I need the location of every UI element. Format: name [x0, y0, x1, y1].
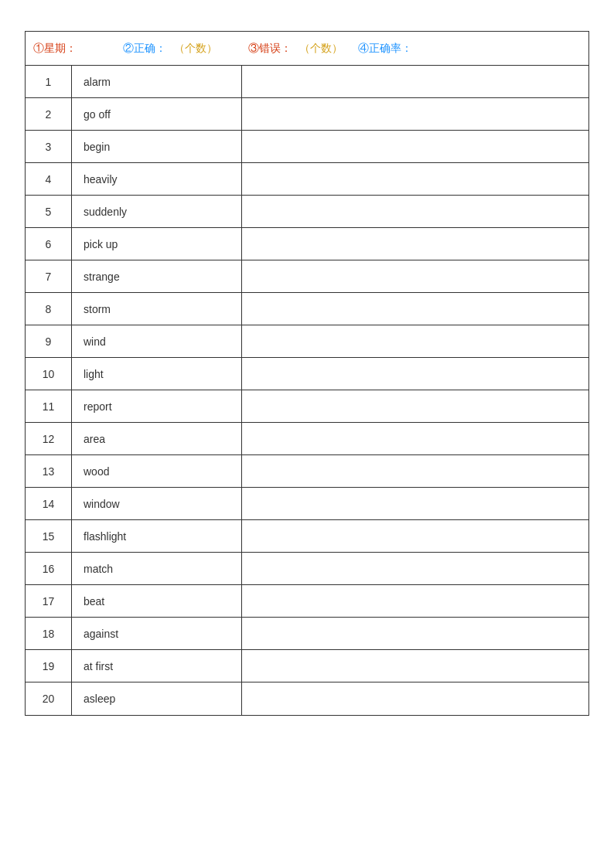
row-number: 19	[26, 650, 72, 682]
row-word: report	[72, 390, 242, 422]
table-row: 8storm	[26, 293, 588, 325]
row-answer	[242, 293, 588, 325]
row-number: 15	[26, 520, 72, 552]
row-answer	[242, 650, 588, 682]
table-row: 13wood	[26, 455, 588, 488]
table-row: 10light	[26, 358, 588, 390]
wrong-label: ③错误：	[248, 42, 292, 56]
row-word: begin	[72, 131, 242, 162]
row-answer	[242, 455, 588, 487]
row-number: 2	[26, 98, 72, 130]
row-word: flashlight	[72, 520, 242, 552]
row-answer	[242, 520, 588, 552]
row-word: light	[72, 358, 242, 390]
row-word: storm	[72, 293, 242, 325]
table-row: 17beat	[26, 585, 588, 618]
table-body: 1alarm2go off3begin4heavily5suddenly6pic…	[26, 66, 588, 715]
row-answer	[242, 390, 588, 422]
table-header: ①星期： ②正确： （个数） ③错误： （个数） ④正确率：	[26, 32, 588, 66]
table-row: 3begin	[26, 131, 588, 163]
rate-label: ④正确率：	[358, 42, 412, 56]
row-number: 14	[26, 488, 72, 519]
row-answer	[242, 228, 588, 260]
table-row: 5suddenly	[26, 196, 588, 228]
row-word: go off	[72, 98, 242, 130]
table-row: 1alarm	[26, 66, 588, 98]
row-number: 3	[26, 131, 72, 162]
table-row: 2go off	[26, 98, 588, 131]
table-row: 12area	[26, 423, 588, 455]
row-answer	[242, 325, 588, 357]
row-word: suddenly	[72, 196, 242, 227]
row-number: 7	[26, 260, 72, 292]
row-answer	[242, 585, 588, 617]
row-answer	[242, 618, 588, 649]
vocab-table: ①星期： ②正确： （个数） ③错误： （个数） ④正确率： 1alarm2go…	[25, 31, 589, 716]
row-word: wood	[72, 455, 242, 487]
table-row: 14window	[26, 488, 588, 520]
row-answer	[242, 423, 588, 454]
row-number: 5	[26, 196, 72, 227]
row-answer	[242, 66, 588, 97]
row-number: 9	[26, 325, 72, 357]
row-answer	[242, 358, 588, 390]
row-word: alarm	[72, 66, 242, 97]
row-word: area	[72, 423, 242, 454]
row-number: 20	[26, 682, 72, 715]
row-word: heavily	[72, 163, 242, 195]
row-number: 11	[26, 390, 72, 422]
row-answer	[242, 196, 588, 227]
row-answer	[242, 553, 588, 584]
table-row: 20asleep	[26, 682, 588, 715]
row-answer	[242, 260, 588, 292]
count1-label: （个数）	[174, 42, 217, 56]
row-number: 17	[26, 585, 72, 617]
row-number: 10	[26, 358, 72, 390]
row-number: 12	[26, 423, 72, 454]
table-row: 11report	[26, 390, 588, 423]
row-word: beat	[72, 585, 242, 617]
table-row: 7strange	[26, 260, 588, 293]
row-number: 8	[26, 293, 72, 325]
row-word: against	[72, 618, 242, 649]
row-number: 16	[26, 553, 72, 584]
row-word: window	[72, 488, 242, 519]
row-number: 1	[26, 66, 72, 97]
week-label: ①星期：	[33, 42, 77, 56]
row-number: 6	[26, 228, 72, 260]
row-answer	[242, 98, 588, 130]
row-answer	[242, 131, 588, 162]
row-answer	[242, 682, 588, 715]
row-word: wind	[72, 325, 242, 357]
table-row: 16match	[26, 553, 588, 585]
table-row: 15flashlight	[26, 520, 588, 553]
row-answer	[242, 488, 588, 519]
row-word: pick up	[72, 228, 242, 260]
correct-label: ②正确：	[123, 42, 166, 56]
row-number: 18	[26, 618, 72, 649]
row-word: asleep	[72, 682, 242, 715]
row-word: match	[72, 553, 242, 584]
row-number: 13	[26, 455, 72, 487]
table-row: 6pick up	[26, 228, 588, 260]
count2-label: （个数）	[299, 42, 343, 56]
table-row: 9wind	[26, 325, 588, 358]
table-row: 18against	[26, 618, 588, 650]
row-word: strange	[72, 260, 242, 292]
row-word: at first	[72, 650, 242, 682]
table-row: 19at first	[26, 650, 588, 682]
table-row: 4heavily	[26, 163, 588, 196]
row-answer	[242, 163, 588, 195]
row-number: 4	[26, 163, 72, 195]
